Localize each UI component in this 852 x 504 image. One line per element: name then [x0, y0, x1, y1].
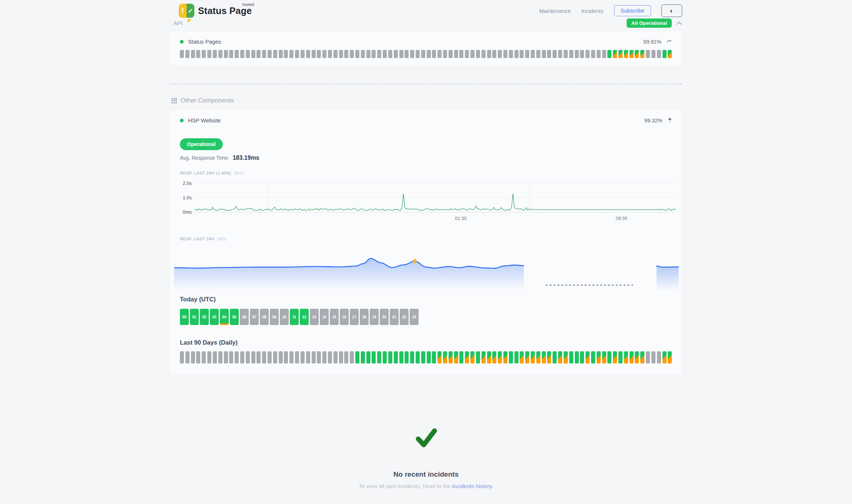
uptime-bar[interactable] [185, 351, 189, 363]
uptime-bar[interactable] [482, 351, 486, 363]
uptime-bar[interactable] [388, 351, 392, 363]
uptime-bar[interactable] [651, 351, 655, 363]
uptime-bar[interactable] [312, 351, 316, 363]
incidents-history-link[interactable]: incidents history. [452, 483, 493, 489]
uptime-bar[interactable] [597, 50, 601, 58]
uptime-bar[interactable] [317, 351, 321, 363]
uptime-bar[interactable] [421, 351, 425, 363]
uptime-bar[interactable] [558, 351, 562, 363]
uptime-bar[interactable] [207, 50, 211, 58]
uptime-bar[interactable] [443, 351, 447, 363]
hour-block[interactable]: 05 [230, 309, 239, 325]
uptime-bar[interactable] [366, 50, 370, 58]
uptime-bar[interactable] [454, 50, 458, 58]
uptime-bar[interactable] [317, 50, 321, 58]
uptime-bar[interactable] [377, 50, 381, 58]
uptime-bar[interactable] [229, 351, 233, 363]
uptime-bar[interactable] [213, 351, 217, 363]
uptime-bar[interactable] [301, 50, 305, 58]
uptime-bar[interactable] [427, 50, 431, 58]
hour-block[interactable]: 18 [360, 309, 369, 325]
uptime-bar[interactable] [492, 50, 496, 58]
uptime-bar[interactable] [218, 50, 222, 58]
uptime-bar[interactable] [383, 50, 387, 58]
hour-block[interactable]: 14 [320, 309, 329, 325]
uptime-bar[interactable] [613, 50, 617, 58]
uptime-bar[interactable] [394, 50, 398, 58]
uptime-bar[interactable] [432, 50, 436, 58]
hour-block[interactable]: 03 [210, 309, 219, 325]
uptime-bar[interactable] [449, 351, 453, 363]
uptime-bar[interactable] [580, 50, 584, 58]
uptime-bar[interactable] [306, 50, 310, 58]
refresh-icon[interactable] [667, 39, 672, 44]
uptime-bar[interactable] [520, 50, 524, 58]
hour-block[interactable]: 09 [270, 309, 279, 325]
uptime-bar[interactable] [591, 50, 595, 58]
uptime-bar[interactable] [344, 50, 348, 58]
subscribe-button[interactable]: Subscribe [614, 5, 651, 16]
uptime-bar[interactable] [240, 50, 244, 58]
uptime-bar[interactable] [607, 50, 611, 58]
uptime-bar[interactable] [630, 50, 634, 58]
uptime-bar[interactable] [256, 50, 261, 58]
uptime-bar[interactable] [602, 50, 606, 58]
uptime-bar[interactable] [663, 50, 667, 58]
uptime-bar[interactable] [388, 50, 392, 58]
uptime-bar[interactable] [289, 351, 293, 363]
hour-block[interactable]: 16 [340, 309, 349, 325]
uptime-bar[interactable] [624, 351, 628, 363]
uptime-bar[interactable] [355, 50, 359, 58]
uptime-bar[interactable] [333, 50, 338, 58]
uptime-bar[interactable] [180, 351, 184, 363]
uptime-bar[interactable] [256, 351, 261, 363]
hour-block[interactable]: 04 [220, 309, 229, 325]
theme-toggle-button[interactable]: ◐ [661, 4, 682, 17]
uptime-bar[interactable] [191, 351, 195, 363]
hour-block[interactable]: 12 [300, 309, 309, 325]
uptime-bar[interactable] [268, 351, 272, 363]
uptime-bar[interactable] [640, 351, 644, 363]
uptime-bar[interactable] [251, 50, 255, 58]
chevron-up-icon[interactable] [676, 21, 682, 25]
uptime-bar[interactable] [663, 351, 667, 363]
uptime-bar[interactable] [416, 351, 420, 363]
hour-block[interactable]: 08 [260, 309, 269, 325]
uptime-bar[interactable] [657, 351, 661, 363]
uptime-bar[interactable] [350, 50, 354, 58]
uptime-bar[interactable] [470, 351, 474, 363]
uptime-bar[interactable] [394, 351, 398, 363]
uptime-bar[interactable] [580, 351, 584, 363]
uptime-bar[interactable] [432, 351, 436, 363]
uptime-bar[interactable] [306, 351, 310, 363]
uptime-bar[interactable] [618, 351, 623, 363]
uptime-bar[interactable] [301, 351, 305, 363]
uptime-bar[interactable] [602, 351, 606, 363]
uptime-bar[interactable] [547, 50, 551, 58]
area-chart-svg[interactable] [174, 252, 679, 294]
uptime-bar[interactable] [509, 50, 513, 58]
hour-block[interactable]: 07 [250, 309, 259, 325]
uptime-bar[interactable] [196, 351, 200, 363]
uptime-bar[interactable] [465, 50, 469, 58]
uptime-bar[interactable] [235, 50, 239, 58]
uptime-bar[interactable] [575, 50, 579, 58]
uptime-bar[interactable] [279, 351, 283, 363]
uptime-bar[interactable] [339, 50, 343, 58]
response-time-area-chart[interactable] [174, 252, 679, 294]
uptime-bar[interactable] [536, 351, 540, 363]
uptime-bar[interactable] [196, 50, 200, 58]
collapse-arrow-icon[interactable] [668, 117, 672, 124]
uptime-bar[interactable] [333, 351, 338, 363]
hour-block[interactable]: 06 [240, 309, 249, 325]
uptime-bar[interactable] [651, 50, 655, 58]
uptime-bar[interactable] [569, 50, 573, 58]
uptime-bar[interactable] [564, 50, 568, 58]
uptime-bar[interactable] [421, 50, 425, 58]
nav-item-maintenance[interactable]: Maintenance [539, 8, 571, 14]
uptime-bar[interactable] [350, 351, 354, 363]
uptime-bar[interactable] [531, 351, 535, 363]
uptime-bar[interactable] [630, 351, 634, 363]
uptime-bar[interactable] [207, 351, 211, 363]
uptime-bar[interactable] [525, 50, 529, 58]
